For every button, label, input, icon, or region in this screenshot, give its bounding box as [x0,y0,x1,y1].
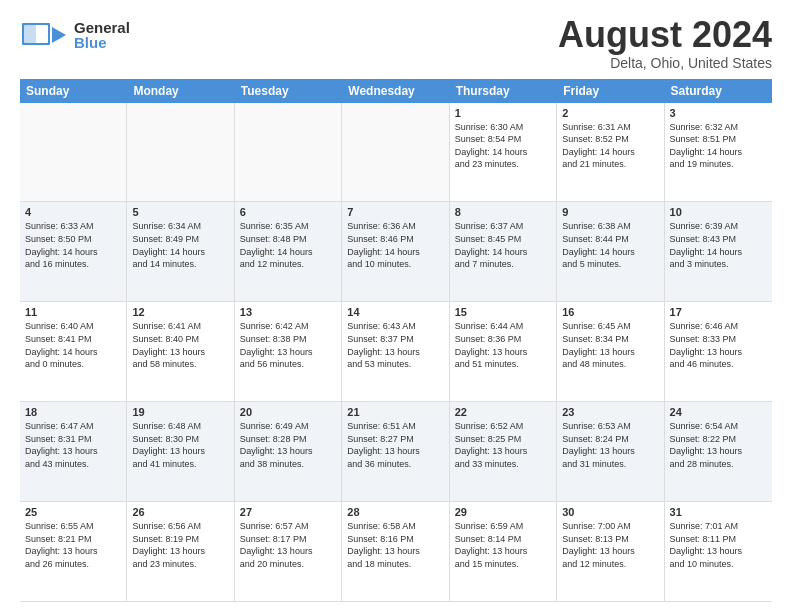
calendar-cell: 1Sunrise: 6:30 AM Sunset: 8:54 PM Daylig… [450,103,557,202]
day-info: Sunrise: 6:34 AM Sunset: 8:49 PM Dayligh… [132,220,228,270]
calendar-cell: 13Sunrise: 6:42 AM Sunset: 8:38 PM Dayli… [235,302,342,401]
month-title: August 2024 [558,15,772,55]
day-number: 1 [455,107,551,119]
logo: General Blue [20,15,130,55]
calendar-cell: 16Sunrise: 6:45 AM Sunset: 8:34 PM Dayli… [557,302,664,401]
svg-rect-2 [24,25,36,43]
day-number: 5 [132,206,228,218]
calendar: SundayMondayTuesdayWednesdayThursdayFrid… [20,79,772,602]
calendar-cell: 27Sunrise: 6:57 AM Sunset: 8:17 PM Dayli… [235,502,342,601]
day-number: 27 [240,506,336,518]
calendar-cell: 18Sunrise: 6:47 AM Sunset: 8:31 PM Dayli… [20,402,127,501]
calendar-cell: 25Sunrise: 6:55 AM Sunset: 8:21 PM Dayli… [20,502,127,601]
calendar-cell [342,103,449,202]
day-number: 15 [455,306,551,318]
day-info: Sunrise: 6:30 AM Sunset: 8:54 PM Dayligh… [455,121,551,171]
logo-blue-text: Blue [74,35,130,50]
calendar-cell [235,103,342,202]
day-number: 8 [455,206,551,218]
day-number: 29 [455,506,551,518]
calendar-cell: 10Sunrise: 6:39 AM Sunset: 8:43 PM Dayli… [665,202,772,301]
day-number: 22 [455,406,551,418]
day-info: Sunrise: 6:42 AM Sunset: 8:38 PM Dayligh… [240,320,336,370]
day-number: 23 [562,406,658,418]
calendar-row: 4Sunrise: 6:33 AM Sunset: 8:50 PM Daylig… [20,202,772,302]
day-info: Sunrise: 6:49 AM Sunset: 8:28 PM Dayligh… [240,420,336,470]
logo-text: General Blue [74,20,130,50]
day-info: Sunrise: 6:48 AM Sunset: 8:30 PM Dayligh… [132,420,228,470]
calendar-cell: 5Sunrise: 6:34 AM Sunset: 8:49 PM Daylig… [127,202,234,301]
day-info: Sunrise: 7:01 AM Sunset: 8:11 PM Dayligh… [670,520,767,570]
day-number: 18 [25,406,121,418]
day-info: Sunrise: 6:32 AM Sunset: 8:51 PM Dayligh… [670,121,767,171]
calendar-cell: 19Sunrise: 6:48 AM Sunset: 8:30 PM Dayli… [127,402,234,501]
day-number: 24 [670,406,767,418]
day-info: Sunrise: 6:47 AM Sunset: 8:31 PM Dayligh… [25,420,121,470]
header-day-tuesday: Tuesday [235,79,342,103]
day-number: 14 [347,306,443,318]
calendar-row: 11Sunrise: 6:40 AM Sunset: 8:41 PM Dayli… [20,302,772,402]
header-day-sunday: Sunday [20,79,127,103]
day-info: Sunrise: 6:36 AM Sunset: 8:46 PM Dayligh… [347,220,443,270]
header-day-friday: Friday [557,79,664,103]
calendar-cell: 9Sunrise: 6:38 AM Sunset: 8:44 PM Daylig… [557,202,664,301]
day-info: Sunrise: 6:52 AM Sunset: 8:25 PM Dayligh… [455,420,551,470]
header-day-wednesday: Wednesday [342,79,449,103]
calendar-cell: 6Sunrise: 6:35 AM Sunset: 8:48 PM Daylig… [235,202,342,301]
day-info: Sunrise: 6:35 AM Sunset: 8:48 PM Dayligh… [240,220,336,270]
calendar-cell: 22Sunrise: 6:52 AM Sunset: 8:25 PM Dayli… [450,402,557,501]
calendar-cell: 26Sunrise: 6:56 AM Sunset: 8:19 PM Dayli… [127,502,234,601]
day-number: 26 [132,506,228,518]
day-number: 12 [132,306,228,318]
calendar-cell: 2Sunrise: 6:31 AM Sunset: 8:52 PM Daylig… [557,103,664,202]
day-number: 13 [240,306,336,318]
day-number: 4 [25,206,121,218]
day-info: Sunrise: 6:59 AM Sunset: 8:14 PM Dayligh… [455,520,551,570]
calendar-cell [127,103,234,202]
day-number: 21 [347,406,443,418]
header-day-thursday: Thursday [450,79,557,103]
day-number: 7 [347,206,443,218]
day-number: 30 [562,506,658,518]
calendar-cell: 30Sunrise: 7:00 AM Sunset: 8:13 PM Dayli… [557,502,664,601]
day-info: Sunrise: 6:56 AM Sunset: 8:19 PM Dayligh… [132,520,228,570]
day-number: 2 [562,107,658,119]
calendar-cell: 31Sunrise: 7:01 AM Sunset: 8:11 PM Dayli… [665,502,772,601]
logo-general-text: General [74,20,130,35]
day-info: Sunrise: 6:41 AM Sunset: 8:40 PM Dayligh… [132,320,228,370]
location: Delta, Ohio, United States [558,55,772,71]
day-info: Sunrise: 6:57 AM Sunset: 8:17 PM Dayligh… [240,520,336,570]
day-number: 20 [240,406,336,418]
calendar-header: SundayMondayTuesdayWednesdayThursdayFrid… [20,79,772,103]
day-info: Sunrise: 7:00 AM Sunset: 8:13 PM Dayligh… [562,520,658,570]
header: General Blue August 2024 Delta, Ohio, Un… [20,15,772,71]
day-info: Sunrise: 6:54 AM Sunset: 8:22 PM Dayligh… [670,420,767,470]
day-info: Sunrise: 6:37 AM Sunset: 8:45 PM Dayligh… [455,220,551,270]
day-number: 11 [25,306,121,318]
day-info: Sunrise: 6:31 AM Sunset: 8:52 PM Dayligh… [562,121,658,171]
day-info: Sunrise: 6:45 AM Sunset: 8:34 PM Dayligh… [562,320,658,370]
day-number: 3 [670,107,767,119]
day-number: 17 [670,306,767,318]
calendar-cell: 8Sunrise: 6:37 AM Sunset: 8:45 PM Daylig… [450,202,557,301]
day-info: Sunrise: 6:46 AM Sunset: 8:33 PM Dayligh… [670,320,767,370]
calendar-body: 1Sunrise: 6:30 AM Sunset: 8:54 PM Daylig… [20,103,772,602]
day-number: 16 [562,306,658,318]
calendar-cell: 4Sunrise: 6:33 AM Sunset: 8:50 PM Daylig… [20,202,127,301]
calendar-cell: 24Sunrise: 6:54 AM Sunset: 8:22 PM Dayli… [665,402,772,501]
page: General Blue August 2024 Delta, Ohio, Un… [0,0,792,612]
calendar-cell: 28Sunrise: 6:58 AM Sunset: 8:16 PM Dayli… [342,502,449,601]
day-number: 28 [347,506,443,518]
day-info: Sunrise: 6:40 AM Sunset: 8:41 PM Dayligh… [25,320,121,370]
day-info: Sunrise: 6:58 AM Sunset: 8:16 PM Dayligh… [347,520,443,570]
calendar-cell: 23Sunrise: 6:53 AM Sunset: 8:24 PM Dayli… [557,402,664,501]
calendar-cell: 29Sunrise: 6:59 AM Sunset: 8:14 PM Dayli… [450,502,557,601]
calendar-cell: 11Sunrise: 6:40 AM Sunset: 8:41 PM Dayli… [20,302,127,401]
day-number: 25 [25,506,121,518]
calendar-cell: 14Sunrise: 6:43 AM Sunset: 8:37 PM Dayli… [342,302,449,401]
day-number: 31 [670,506,767,518]
title-block: August 2024 Delta, Ohio, United States [558,15,772,71]
calendar-cell: 20Sunrise: 6:49 AM Sunset: 8:28 PM Dayli… [235,402,342,501]
day-info: Sunrise: 6:55 AM Sunset: 8:21 PM Dayligh… [25,520,121,570]
day-number: 10 [670,206,767,218]
